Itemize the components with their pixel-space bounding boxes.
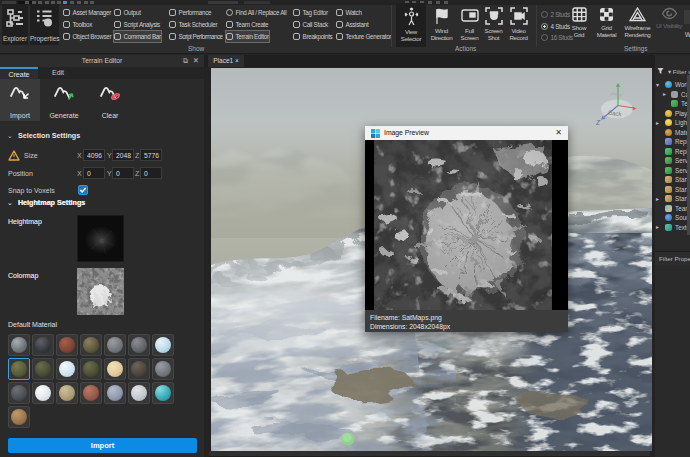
svg-text:i: i <box>47 19 49 26</box>
